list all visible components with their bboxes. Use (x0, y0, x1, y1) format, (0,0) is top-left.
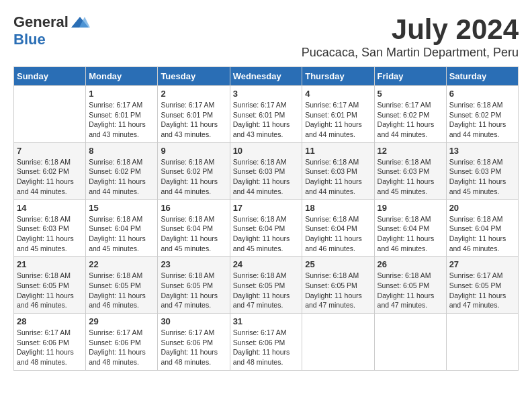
day-info: Sunrise: 6:17 AMSunset: 6:02 PMDaylight:… (378, 100, 443, 140)
day-info: Sunrise: 6:17 AMSunset: 6:06 PMDaylight:… (233, 328, 300, 367)
day-number: 7 (17, 146, 83, 156)
day-number: 30 (161, 316, 226, 326)
day-number: 6 (449, 89, 515, 99)
calendar-cell: 20Sunrise: 6:18 AMSunset: 6:04 PMDayligh… (446, 199, 518, 257)
day-info: Sunrise: 6:18 AMSunset: 6:03 PMDaylight:… (378, 157, 443, 197)
header-thursday: Thursday (302, 67, 374, 86)
day-info: Sunrise: 6:17 AMSunset: 6:01 PMDaylight:… (305, 100, 371, 140)
day-number: 2 (161, 89, 226, 99)
day-number: 12 (378, 146, 443, 156)
logo-blue-text: Blue (13, 31, 46, 48)
day-info: Sunrise: 6:18 AMSunset: 6:02 PMDaylight:… (89, 157, 154, 197)
calendar-cell: 1Sunrise: 6:17 AMSunset: 6:01 PMDaylight… (86, 86, 158, 143)
calendar-cell (302, 314, 374, 371)
day-info: Sunrise: 6:17 AMSunset: 6:01 PMDaylight:… (89, 100, 154, 140)
calendar-cell: 16Sunrise: 6:18 AMSunset: 6:04 PMDayligh… (158, 199, 230, 257)
day-number: 13 (449, 146, 515, 156)
day-info: Sunrise: 6:18 AMSunset: 6:04 PMDaylight:… (378, 214, 443, 254)
calendar-cell (374, 314, 446, 371)
header-saturday: Saturday (446, 67, 518, 86)
day-info: Sunrise: 6:18 AMSunset: 6:03 PMDaylight:… (17, 214, 83, 254)
day-info: Sunrise: 6:18 AMSunset: 6:04 PMDaylight:… (305, 214, 371, 254)
day-number: 14 (17, 203, 83, 213)
day-number: 4 (305, 89, 371, 99)
day-number: 29 (89, 316, 154, 326)
day-number: 8 (89, 146, 154, 156)
day-info: Sunrise: 6:18 AMSunset: 6:03 PMDaylight:… (449, 157, 515, 197)
calendar-cell: 24Sunrise: 6:18 AMSunset: 6:05 PMDayligh… (230, 257, 302, 314)
calendar-cell: 21Sunrise: 6:18 AMSunset: 6:05 PMDayligh… (14, 257, 86, 314)
day-number: 11 (305, 146, 371, 156)
week-row-3: 14Sunrise: 6:18 AMSunset: 6:03 PMDayligh… (14, 199, 519, 257)
day-number: 31 (233, 316, 300, 326)
day-info: Sunrise: 6:18 AMSunset: 6:04 PMDaylight:… (449, 214, 515, 254)
day-info: Sunrise: 6:18 AMSunset: 6:05 PMDaylight:… (378, 271, 443, 310)
logo-icon (70, 15, 90, 29)
calendar-cell: 14Sunrise: 6:18 AMSunset: 6:03 PMDayligh… (14, 199, 86, 257)
day-number: 19 (378, 203, 443, 213)
day-number: 24 (233, 259, 300, 269)
header-sunday: Sunday (14, 67, 86, 86)
day-number: 23 (161, 259, 226, 269)
calendar-cell: 17Sunrise: 6:18 AMSunset: 6:04 PMDayligh… (230, 199, 302, 257)
day-info: Sunrise: 6:17 AMSunset: 6:01 PMDaylight:… (233, 100, 300, 140)
day-number: 3 (233, 89, 300, 99)
header-monday: Monday (86, 67, 158, 86)
day-info: Sunrise: 6:17 AMSunset: 6:06 PMDaylight:… (89, 328, 154, 367)
day-number: 28 (17, 316, 83, 326)
day-number: 21 (17, 259, 83, 269)
calendar-cell: 25Sunrise: 6:18 AMSunset: 6:05 PMDayligh… (302, 257, 374, 314)
day-number: 15 (89, 203, 154, 213)
week-row-1: 1Sunrise: 6:17 AMSunset: 6:01 PMDaylight… (14, 86, 519, 143)
day-number: 26 (378, 259, 443, 269)
calendar-cell: 13Sunrise: 6:18 AMSunset: 6:03 PMDayligh… (446, 142, 518, 199)
calendar-cell: 6Sunrise: 6:18 AMSunset: 6:02 PMDaylight… (446, 86, 518, 143)
calendar-cell: 3Sunrise: 6:17 AMSunset: 6:01 PMDaylight… (230, 86, 302, 143)
calendar-cell: 28Sunrise: 6:17 AMSunset: 6:06 PMDayligh… (14, 314, 86, 371)
day-info: Sunrise: 6:18 AMSunset: 6:04 PMDaylight:… (233, 214, 300, 254)
logo-general-text: General (13, 13, 69, 31)
day-info: Sunrise: 6:17 AMSunset: 6:06 PMDaylight:… (17, 328, 83, 367)
day-info: Sunrise: 6:18 AMSunset: 6:05 PMDaylight:… (17, 271, 83, 310)
calendar-cell: 26Sunrise: 6:18 AMSunset: 6:05 PMDayligh… (374, 257, 446, 314)
calendar-table: SundayMondayTuesdayWednesdayThursdayFrid… (13, 66, 519, 371)
day-info: Sunrise: 6:18 AMSunset: 6:04 PMDaylight:… (161, 214, 226, 254)
day-info: Sunrise: 6:18 AMSunset: 6:03 PMDaylight:… (233, 157, 300, 197)
day-number: 5 (378, 89, 443, 99)
day-number: 18 (305, 203, 371, 213)
day-info: Sunrise: 6:18 AMSunset: 6:05 PMDaylight:… (161, 271, 226, 310)
week-row-2: 7Sunrise: 6:18 AMSunset: 6:02 PMDaylight… (14, 142, 519, 199)
calendar-cell: 30Sunrise: 6:17 AMSunset: 6:06 PMDayligh… (158, 314, 230, 371)
header-friday: Friday (374, 67, 446, 86)
calendar-cell (446, 314, 518, 371)
calendar-cell: 22Sunrise: 6:18 AMSunset: 6:05 PMDayligh… (86, 257, 158, 314)
day-number: 17 (233, 203, 300, 213)
day-info: Sunrise: 6:18 AMSunset: 6:05 PMDaylight:… (233, 271, 300, 310)
day-info: Sunrise: 6:18 AMSunset: 6:05 PMDaylight:… (305, 271, 371, 310)
location-title: Pucacaca, San Martin Department, Peru (302, 46, 519, 60)
calendar-cell: 9Sunrise: 6:18 AMSunset: 6:02 PMDaylight… (158, 142, 230, 199)
calendar-cell: 11Sunrise: 6:18 AMSunset: 6:03 PMDayligh… (302, 142, 374, 199)
calendar-cell (14, 86, 86, 143)
day-info: Sunrise: 6:17 AMSunset: 6:01 PMDaylight:… (161, 100, 226, 140)
calendar-cell: 5Sunrise: 6:17 AMSunset: 6:02 PMDaylight… (374, 86, 446, 143)
calendar-cell: 2Sunrise: 6:17 AMSunset: 6:01 PMDaylight… (158, 86, 230, 143)
calendar-cell: 23Sunrise: 6:18 AMSunset: 6:05 PMDayligh… (158, 257, 230, 314)
header-wednesday: Wednesday (230, 67, 302, 86)
day-number: 27 (449, 259, 515, 269)
day-number: 22 (89, 259, 154, 269)
day-number: 9 (161, 146, 226, 156)
day-info: Sunrise: 6:17 AMSunset: 6:06 PMDaylight:… (161, 328, 226, 367)
week-row-4: 21Sunrise: 6:18 AMSunset: 6:05 PMDayligh… (14, 257, 519, 314)
day-info: Sunrise: 6:18 AMSunset: 6:02 PMDaylight:… (17, 157, 83, 197)
header-tuesday: Tuesday (158, 67, 230, 86)
calendar-cell: 15Sunrise: 6:18 AMSunset: 6:04 PMDayligh… (86, 199, 158, 257)
calendar-cell: 4Sunrise: 6:17 AMSunset: 6:01 PMDaylight… (302, 86, 374, 143)
month-title: July 2024 (302, 13, 519, 46)
day-info: Sunrise: 6:18 AMSunset: 6:03 PMDaylight:… (305, 157, 371, 197)
calendar-cell: 7Sunrise: 6:18 AMSunset: 6:02 PMDaylight… (14, 142, 86, 199)
calendar-cell: 10Sunrise: 6:18 AMSunset: 6:03 PMDayligh… (230, 142, 302, 199)
calendar-cell: 12Sunrise: 6:18 AMSunset: 6:03 PMDayligh… (374, 142, 446, 199)
header-row: SundayMondayTuesdayWednesdayThursdayFrid… (14, 67, 519, 86)
day-info: Sunrise: 6:18 AMSunset: 6:02 PMDaylight:… (161, 157, 226, 197)
